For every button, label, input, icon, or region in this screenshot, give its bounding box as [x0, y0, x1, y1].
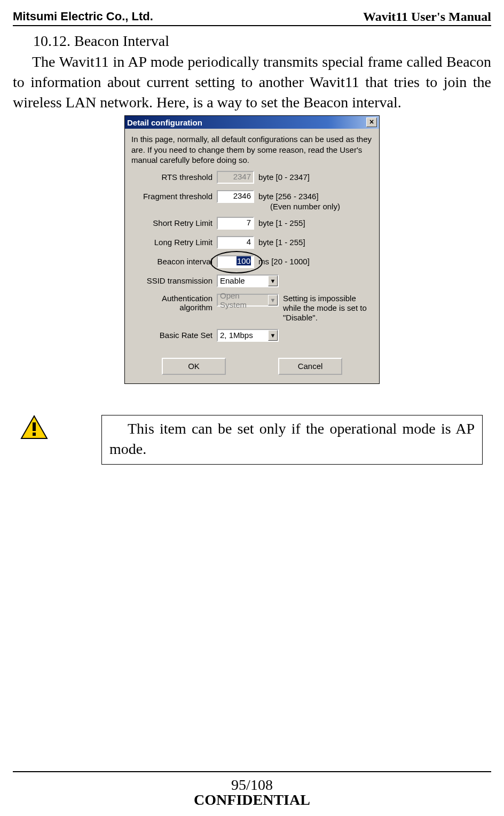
- warning-icon: [20, 415, 48, 442]
- fragment-threshold-row: Fragment threshold 2346 byte [256 - 2346…: [131, 190, 373, 203]
- basic-rate-combo[interactable]: 2, 1Mbps ▼: [217, 329, 279, 342]
- dialog-intro-text: In this page, normally, all default conf…: [131, 134, 373, 166]
- svg-rect-2: [33, 433, 36, 436]
- auth-note: Setting is impossible while the mode is …: [283, 294, 368, 323]
- ssid-combo[interactable]: Enable ▼: [217, 274, 279, 287]
- long-retry-label: Long Retry Limit: [131, 238, 217, 247]
- beacon-label: Beacon interval: [131, 257, 217, 266]
- auth-algorithm-row: Authentication algorithm Open System ▼ S…: [131, 294, 373, 323]
- auth-combo: Open System ▼: [217, 294, 279, 307]
- ok-button[interactable]: OK: [162, 358, 226, 375]
- section-heading: 10.12. Beacon Interval: [33, 33, 491, 50]
- fragment-hint: byte [256 - 2346]: [258, 192, 319, 201]
- short-retry-label: Short Retry Limit: [131, 218, 217, 227]
- beacon-input[interactable]: 100: [217, 255, 254, 268]
- close-button[interactable]: ×: [366, 117, 377, 127]
- rts-threshold-row: RTS threshold 2347 byte [0 - 2347]: [131, 171, 373, 184]
- basic-rate-value: 2, 1Mbps: [220, 331, 253, 340]
- ssid-label: SSID transmission: [131, 276, 217, 285]
- ssid-transmission-row: SSID transmission Enable ▼: [131, 274, 373, 287]
- basic-rate-row: Basic Rate Set 2, 1Mbps ▼: [131, 329, 373, 342]
- page-number: 95/108: [231, 776, 273, 793]
- note-text: This item can be set only if the operati…: [109, 419, 475, 459]
- rts-label: RTS threshold: [131, 172, 217, 182]
- fragment-input[interactable]: 2346: [217, 190, 254, 203]
- beacon-interval-row: Beacon interval 100 ms [20 - 1000]: [131, 255, 373, 268]
- body-paragraph: The Wavit11 in AP mode periodically tran…: [13, 52, 491, 112]
- short-retry-input[interactable]: 7: [217, 217, 254, 230]
- rts-hint: byte [0 - 2347]: [258, 172, 310, 182]
- page-header: Mitsumi Electric Co., Ltd. Wavit11 User'…: [13, 10, 491, 26]
- auth-label: Authentication algorithm: [131, 294, 217, 312]
- dialog-titlebar: Detail configuration ×: [125, 116, 379, 129]
- long-retry-input[interactable]: 4: [217, 236, 254, 249]
- dialog-button-row: OK Cancel: [125, 350, 379, 383]
- fragment-label: Fragment threshold: [131, 192, 217, 201]
- basic-rate-label: Basic Rate Set: [131, 331, 217, 340]
- dialog-title: Detail configuration: [127, 118, 202, 127]
- confidential-label: CONFIDENTIAL: [0, 791, 504, 816]
- note-box: This item can be set only if the operati…: [101, 415, 483, 465]
- chevron-down-icon: ▼: [268, 330, 278, 341]
- ssid-value: Enable: [220, 276, 245, 285]
- beacon-hint: ms [20 - 1000]: [258, 257, 310, 266]
- header-manual-title: Wavit11 User's Manual: [363, 10, 491, 24]
- detail-config-dialog: Detail configuration × In this page, nor…: [124, 115, 380, 384]
- auth-value: Open System: [220, 291, 268, 309]
- note-row: This item can be set only if the operati…: [13, 415, 491, 465]
- svg-rect-1: [33, 422, 36, 431]
- chevron-down-icon: ▼: [268, 276, 278, 286]
- header-company: Mitsumi Electric Co., Ltd.: [13, 10, 153, 24]
- chevron-down-icon: ▼: [268, 295, 278, 305]
- long-retry-row: Long Retry Limit 4 byte [1 - 255]: [131, 236, 373, 249]
- page-footer: 95/108: [13, 771, 491, 794]
- long-retry-hint: byte [1 - 255]: [258, 238, 305, 247]
- short-retry-hint: byte [1 - 255]: [258, 218, 305, 227]
- fragment-subhint: (Even number only): [270, 202, 340, 211]
- cancel-button[interactable]: Cancel: [278, 358, 342, 375]
- dialog-screenshot: Detail configuration × In this page, nor…: [13, 115, 491, 384]
- short-retry-row: Short Retry Limit 7 byte [1 - 255]: [131, 217, 373, 230]
- rts-input: 2347: [217, 171, 254, 184]
- dialog-body: In this page, normally, all default conf…: [125, 129, 379, 350]
